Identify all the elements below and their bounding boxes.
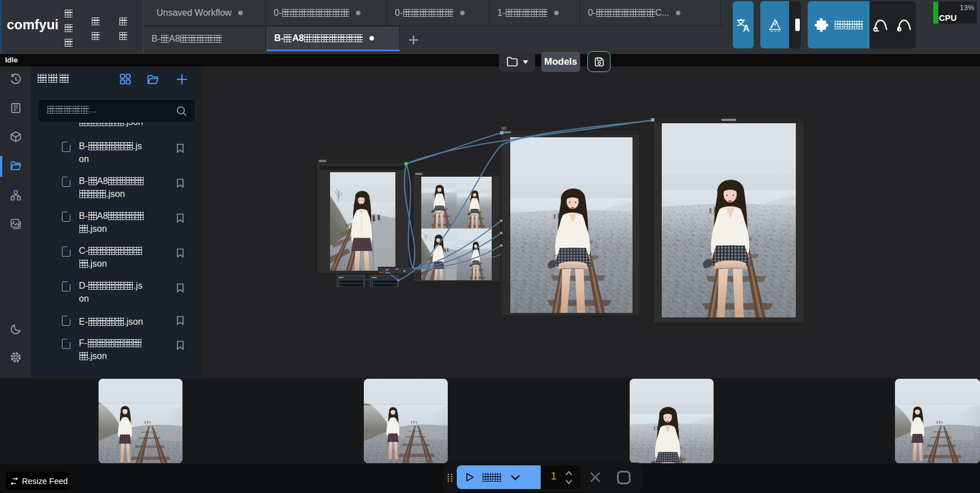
svg-text:A: A [743, 24, 750, 33]
